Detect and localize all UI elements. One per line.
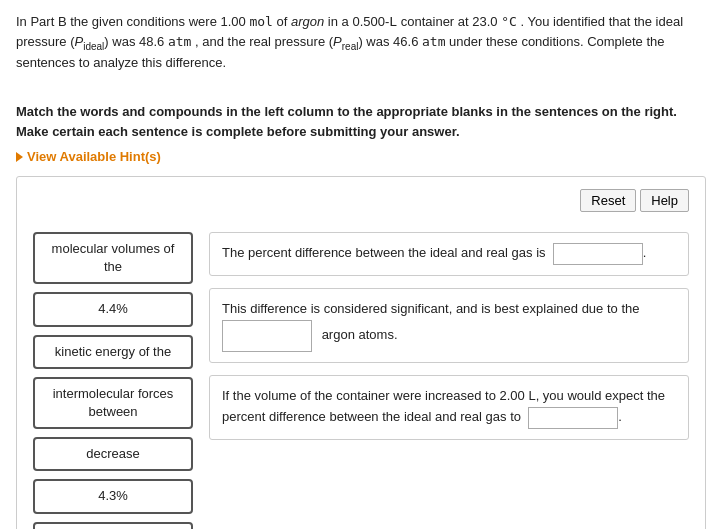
sentence-1-text: The percent difference between the ideal… <box>222 246 546 261</box>
left-column: molecular volumes of the 4.4% kinetic en… <box>33 232 193 529</box>
drag-item-molecular-volumes[interactable]: molecular volumes of the <box>33 232 193 284</box>
sentence-3-block: If the volume of the container were incr… <box>209 375 689 440</box>
main-interaction-box: Reset Help molecular volumes of the 4.4%… <box>16 176 706 529</box>
sentence-2-block: This difference is considered significan… <box>209 288 689 363</box>
blank-1[interactable] <box>553 243 643 265</box>
sentence-1-block: The percent difference between the ideal… <box>209 232 689 276</box>
sentence-2-part2: argon atoms. <box>322 327 398 342</box>
toolbar: Reset Help <box>33 189 689 212</box>
intro-paragraph: In Part B the given conditions were 1.00… <box>16 12 706 73</box>
sentence-2-part1: This difference is considered significan… <box>222 301 639 316</box>
drag-item-4-2[interactable]: 4.2% <box>33 522 193 529</box>
blank-3[interactable] <box>528 407 618 429</box>
hint-triangle-icon <box>16 152 23 162</box>
blank-2[interactable] <box>222 320 312 352</box>
reset-button[interactable]: Reset <box>580 189 636 212</box>
drag-item-4-3[interactable]: 4.3% <box>33 479 193 513</box>
help-button[interactable]: Help <box>640 189 689 212</box>
drag-item-intermolecular-forces[interactable]: intermolecular forces between <box>33 377 193 429</box>
drag-item-kinetic-energy[interactable]: kinetic energy of the <box>33 335 193 369</box>
drag-item-decrease[interactable]: decrease <box>33 437 193 471</box>
hint-link[interactable]: View Available Hint(s) <box>16 149 706 164</box>
hint-link-label: View Available Hint(s) <box>27 149 161 164</box>
right-column: The percent difference between the ideal… <box>209 232 689 440</box>
sentence-3-end: . <box>618 409 622 424</box>
drag-item-4-4[interactable]: 4.4% <box>33 292 193 326</box>
instruction-text: Match the words and compounds in the lef… <box>16 83 706 142</box>
matching-columns: molecular volumes of the 4.4% kinetic en… <box>33 232 689 529</box>
sentence-1-end: . <box>643 246 647 261</box>
